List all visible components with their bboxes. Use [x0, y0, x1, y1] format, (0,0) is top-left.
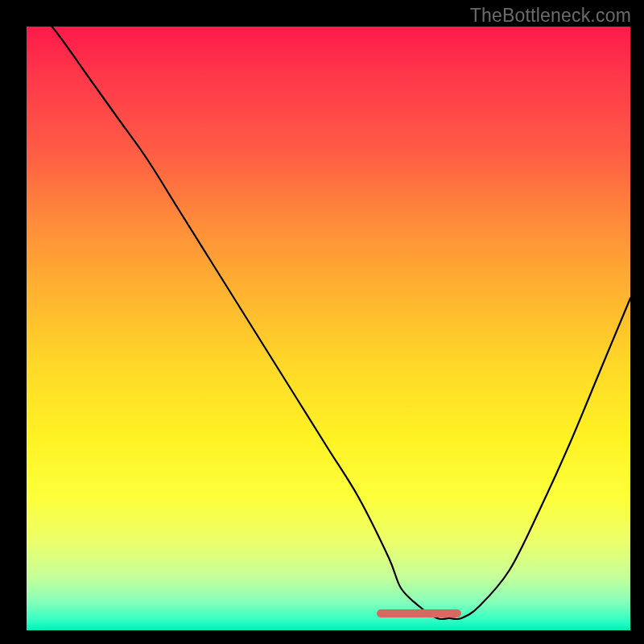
curve-layer — [27, 27, 630, 630]
optimal-range-marker — [377, 609, 461, 617]
watermark-text: TheBottleneck.com — [470, 5, 631, 27]
chart-frame: TheBottleneck.com — [0, 0, 644, 644]
bottleneck-curve — [27, 0, 630, 619]
plot-area — [27, 27, 630, 630]
